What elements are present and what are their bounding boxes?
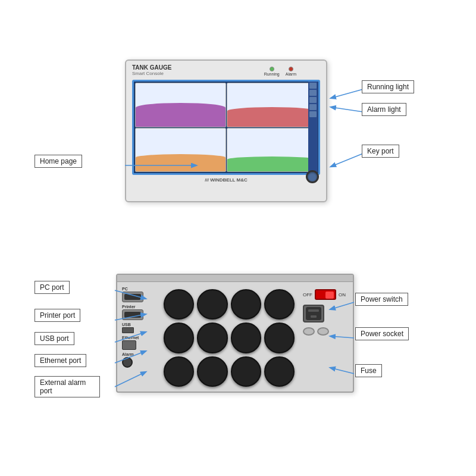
buttons-grid [161,287,297,387]
screen-inner [134,82,318,173]
back-panel-body: PC Printer USB Ethernet Alarm [117,282,353,392]
switch-off-label: OFF [303,292,312,298]
round-button-12[interactable] [264,356,295,387]
sidebar-btn-5 [309,111,317,117]
svg-line-1 [331,107,363,112]
usb-port-label-box: USB port [35,332,74,345]
printer-db9-connector [122,309,143,320]
alarm-port-item: Alarm [122,352,158,368]
fuse-label-box: Fuse [355,364,382,377]
rocker-power-switch[interactable] [315,289,336,300]
round-button-8[interactable] [264,322,295,353]
printer-port-item: Printer [122,305,158,320]
iec-socket-inner [306,307,321,320]
alarm-light-dot [289,67,293,71]
round-button-9[interactable] [164,356,194,387]
power-socket-label-box: Power socket [355,327,409,340]
usb-port-label: USB [122,322,158,327]
round-button-7[interactable] [231,322,261,353]
fuse-cap-2 [317,327,329,336]
external-alarm-port-label-box: External alarm port [35,376,100,397]
alarm-light-group: Alarm [286,67,296,76]
round-button-6[interactable] [197,322,227,353]
running-light-group: Running [264,67,280,76]
back-panel: PC Printer USB Ethernet Alarm [116,274,354,393]
power-switch-label-box: Power switch [355,293,408,306]
power-section: OFF ON [300,287,348,387]
running-light-dot [270,67,274,71]
display-screen [132,80,320,175]
power-switch-row: OFF ON [303,289,346,300]
tank-cell-2 [227,83,318,127]
sidebar-btn-3 [309,97,317,103]
round-button-10[interactable] [197,356,227,387]
brand-label: /// WINDBELL M&C [126,177,326,183]
round-button-1[interactable] [164,289,194,320]
iec-power-socket [303,305,324,322]
svg-line-0 [331,89,363,98]
ethernet-port-label-box: Ethernet port [35,354,86,367]
back-panel-top-strip [117,275,353,282]
screen-sidebar [308,82,318,173]
alarm-circular-connector [122,357,133,368]
sidebar-btn-1 [309,83,317,89]
round-button-11[interactable] [231,356,261,387]
console-lights: Running Alarm [264,67,296,76]
pc-db9-connector [122,292,143,302]
fuse-area [303,327,346,336]
alarm-light-label: Alarm [286,72,296,76]
key-port-socket[interactable] [306,170,319,183]
alarm-connector-label: Alarm [122,352,158,356]
home-page-label-box: Home page [35,155,82,168]
tank-cell-1 [135,83,226,127]
ethernet-port-item: Ethernet [122,336,158,350]
ethernet-port-label: Ethernet [122,336,158,340]
ethernet-rj45-connector [122,340,136,350]
tank-cell-4 [227,128,318,173]
round-button-3[interactable] [231,289,261,320]
round-button-5[interactable] [164,322,194,353]
tank-cell-3 [135,128,226,173]
top-section: TANK GAUGE Smart Console Running Alarm [0,24,476,238]
key-port-label-box: Key port [362,145,399,158]
bottom-section: PC Printer USB Ethernet Alarm [0,250,476,470]
running-light-label-box: Running light [362,80,414,93]
pc-port-item: PC [122,287,158,302]
tank-gauge-console: TANK GAUGE Smart Console Running Alarm [125,60,327,202]
running-light-label: Running [264,72,280,76]
usb-connector [122,327,134,333]
alarm-light-label-box: Alarm light [362,103,406,116]
printer-port-label-box: Printer port [35,309,80,322]
usb-port-item: USB [122,322,158,333]
sidebar-btn-4 [309,104,317,110]
svg-line-2 [331,154,363,167]
pc-port-label: PC [122,287,158,291]
pc-port-label-box: PC port [35,281,70,294]
switch-on-label: ON [339,292,346,298]
round-button-4[interactable] [264,289,295,320]
fuse-cap-1 [303,327,315,336]
sidebar-btn-2 [309,90,317,96]
port-column: PC Printer USB Ethernet Alarm [122,287,158,387]
round-button-2[interactable] [197,289,227,320]
printer-port-label: Printer [122,305,158,309]
